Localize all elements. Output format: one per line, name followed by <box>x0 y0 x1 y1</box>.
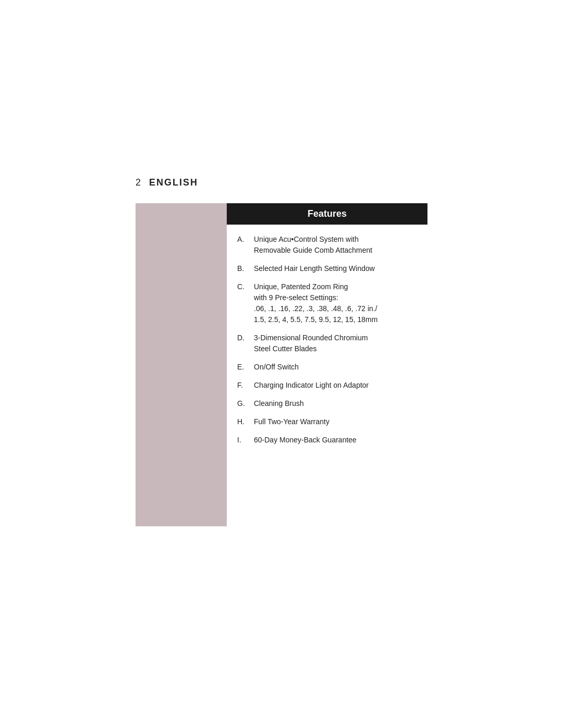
feature-text-i: 60-Day Money-Back Guarantee <box>254 435 357 446</box>
feature-item-b: B. Selected Hair Length Setting Window <box>237 263 417 274</box>
feature-item-a: A. Unique Acu•Control System withRemovab… <box>237 234 417 256</box>
feature-text-h: Full Two-Year Warranty <box>254 416 329 427</box>
feature-letter-a: A. <box>237 234 254 256</box>
features-header: Features <box>227 203 427 225</box>
feature-item-h: H. Full Two-Year Warranty <box>237 416 417 427</box>
feature-text-f: Charging Indicator Light on Adaptor <box>254 380 369 391</box>
feature-letter-d: D. <box>237 332 254 354</box>
feature-text-d: 3-Dimensional Rounded ChromiumSteel Cutt… <box>254 332 368 354</box>
features-container: Features A. Unique Acu•Control System wi… <box>136 203 427 462</box>
feature-letter-b: B. <box>237 263 254 274</box>
feature-text-b: Selected Hair Length Setting Window <box>254 263 375 274</box>
feature-item-d: D. 3-Dimensional Rounded ChromiumSteel C… <box>237 332 417 354</box>
feature-item-g: G. Cleaning Brush <box>237 398 417 409</box>
feature-letter-g: G. <box>237 398 254 409</box>
feature-letter-h: H. <box>237 416 254 427</box>
feature-item-c: C. Unique, Patented Zoom Ringwith 9 Pre-… <box>237 281 417 325</box>
page-number-section: 2 ENGLISH <box>136 177 198 188</box>
feature-item-f: F. Charging Indicator Light on Adaptor <box>237 380 417 391</box>
feature-text-e: On/Off Switch <box>254 362 299 373</box>
feature-text-a: Unique Acu•Control System withRemovable … <box>254 234 372 256</box>
features-title: Features <box>308 208 347 219</box>
page: 2 ENGLISH Features A. Unique Acu•Control… <box>0 0 563 728</box>
feature-letter-f: F. <box>237 380 254 391</box>
features-list: A. Unique Acu•Control System withRemovab… <box>227 225 427 462</box>
feature-letter-c: C. <box>237 281 254 325</box>
feature-item-e: E. On/Off Switch <box>237 362 417 373</box>
feature-letter-e: E. <box>237 362 254 373</box>
feature-text-g: Cleaning Brush <box>254 398 304 409</box>
page-number: 2 <box>136 177 141 188</box>
section-title: ENGLISH <box>149 177 198 188</box>
feature-letter-i: I. <box>237 435 254 446</box>
feature-text-c: Unique, Patented Zoom Ringwith 9 Pre-sel… <box>254 281 377 325</box>
feature-item-i: I. 60-Day Money-Back Guarantee <box>237 435 417 446</box>
